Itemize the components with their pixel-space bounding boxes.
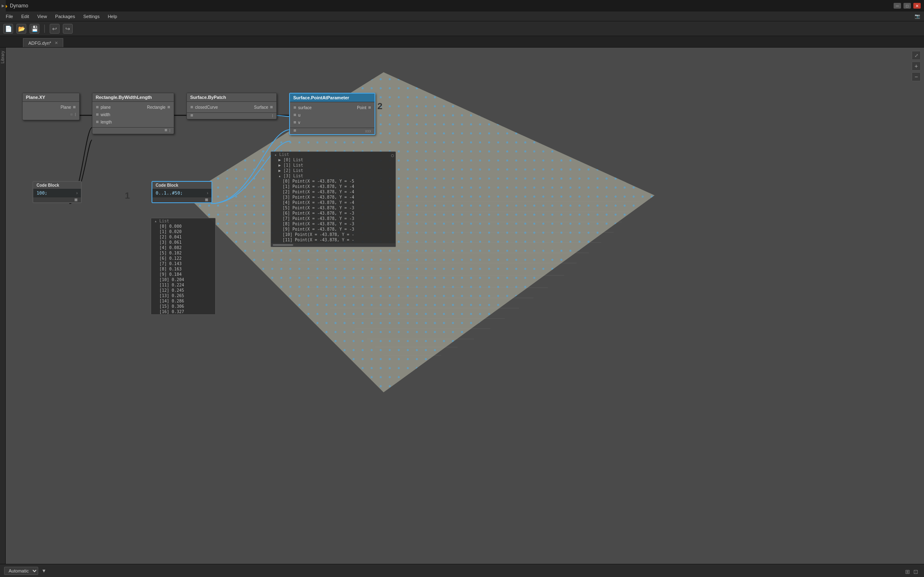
spap-v-port: v [290,119,332,126]
tab-label: ADFG.dyn* [28,41,51,46]
surface-by-patch-node[interactable]: Surface.ByPatch closedCurve Surface I [186,93,277,119]
plane-xy-node[interactable]: Plane.XY Plane I [22,93,80,120]
preview-large-item-3-1: [1] Point(X = -43.878, Y = -4 [271,184,395,189]
rect-footer-dot[interactable] [164,128,168,132]
preview-small-item-2: [2] 0.041 [151,234,215,240]
open-button[interactable]: 📂 [16,24,26,34]
preview-large-item-3-7: [7] Point(X = -43.878, Y = -3 [271,216,395,221]
rectangle-node[interactable]: Rectangle.ByWidthLength plane width leng… [92,93,174,134]
preview-small-item-9: [9] 0.184 [151,272,215,277]
menu-file[interactable]: File [2,13,17,20]
preview-small-item-6: [6] 0.122 [151,256,215,261]
sbp-surface-port: Surface [251,103,276,111]
menu-settings[interactable]: Settings [79,13,104,20]
preview-large-item-3-5: [5] Point(X = -43.878, Y = -3 [271,205,395,211]
run-mode-select[interactable]: Automatic Manual Periodic [4,567,38,575]
menu-packages[interactable]: Packages [51,13,79,20]
preview-large-item-3-11: [11] Point(X = -43.878, Y = - [271,237,395,243]
preview-small-item-4: [4] 0.082 [151,245,215,250]
code-block-1-footer [33,197,81,202]
tab-adfg[interactable]: ADFG.dyn* ✕ [23,38,63,47]
code-block-1-node[interactable]: Code Block 100; › [32,181,82,203]
zoom-in-button[interactable]: + [912,62,921,71]
rect-footer: I [92,127,174,134]
zoom-controls: ⤢ + − [912,51,921,81]
rect-output-port: Rectangle [144,103,174,111]
preview-close-btn[interactable]: ○ [391,153,394,158]
preview-large-item-3-6: [6] Point(X = -43.878, Y = -3 [271,211,395,216]
preview-large-item-3-9: [9] Point(X = -43.878, Y = -3 [271,227,395,232]
plane-checkbox[interactable] [70,113,73,116]
spap-u-port: u [290,111,332,119]
layout-icon[interactable]: ⊡ [913,568,918,575]
annotation-2: 2 [377,101,382,112]
preview-large-item-3-4: [4] Point(X = -43.878, Y = -4 [271,200,395,205]
cb2-footer-dot[interactable] [205,198,208,201]
fullscreen-button[interactable]: ⤢ [912,51,921,60]
preview-small-item-14: [14] 0.286 [151,298,215,304]
save-button[interactable]: 💾 [30,24,39,34]
spap-point-dot[interactable] [368,106,371,109]
plane-output-dot[interactable] [73,105,76,109]
maximize-button[interactable]: □ [903,3,911,9]
code-block-2-code[interactable]: 0..1..#50; [156,190,207,196]
tab-close-icon[interactable]: ✕ [55,41,58,45]
app-title: Dynamo [10,3,28,9]
preview-scrollbar[interactable] [271,243,395,247]
canvas[interactable]: 2 1 Plane.XY Plane I Rectangle.ByWidthLe… [6,48,924,564]
rect-width-dot[interactable] [96,113,99,116]
code-block-2-node[interactable]: Code Block 0..1..#50; › [152,181,212,203]
preview-small-item-10: [10] 0.204 [151,277,215,282]
cb1-footer-dot[interactable] [74,198,78,201]
code-block-2-output-arrow: › [207,191,208,195]
rectangle-header: Rectangle.ByWidthLength [92,93,174,102]
undo-button[interactable]: ↩ [50,24,60,34]
sbp-footer-dot[interactable] [190,114,193,117]
code-block-2-footer [152,197,211,202]
zoom-out-button[interactable]: − [912,72,921,81]
plane-xy-header: Plane.XY [23,93,79,102]
rect-length-port: length [92,118,133,126]
graph-view-icon[interactable]: ⊞ [905,568,910,575]
preview-large-list: ▴ List [271,152,395,157]
spap-footer-dot[interactable] [293,129,297,132]
menu-help[interactable]: Help [103,13,121,20]
tabbar: ▶ ADFG.dyn* ✕ [0,36,924,48]
preview-small-item-15: [15] 0.306 [151,304,215,309]
preview-panel-small: ▴ List [0] 0.000 [1] 0.020 [2] 0.041 [3]… [151,218,216,315]
preview-small-item-7: [7] 0.143 [151,261,215,266]
status-icons: ⊞ ⊡ [905,568,918,575]
rect-plane-port: plane [92,103,133,111]
preview-large-item-0list: ▶ [0] List [271,157,395,163]
sidebar: Library [0,48,6,564]
spap-surface-dot[interactable] [293,106,297,109]
run-arrow-icon[interactable]: ▼ [41,568,46,574]
minimize-button[interactable]: ─ [894,3,901,9]
new-button[interactable]: 📄 [3,24,13,34]
preview-small-item-16: [16] 0.327 [151,309,215,314]
rect-width-port: width [92,111,133,118]
redo-button[interactable]: ↪ [63,24,73,34]
spap-u-dot[interactable] [293,113,297,117]
surface-point-at-param-node[interactable]: Surface.PointAtParameter surface u v P [289,93,375,135]
preview-large-item-3-10: [10] Point(X = -43.878, Y = - [271,232,395,237]
spap-v-dot[interactable] [293,121,297,124]
rect-length-dot[interactable] [96,120,99,124]
rect-plane-dot[interactable] [96,105,99,109]
preview-small-item-12: [12] 0.245 [151,288,215,293]
toolbar: 📄 📂 💾 ↩ ↪ [0,21,924,36]
plane-checkbox-port: I [23,111,79,118]
sbp-closedcurve-dot[interactable] [190,105,193,109]
library-label[interactable]: Library [0,49,5,65]
menu-view[interactable]: View [33,13,51,20]
preview-small-item-11: [11] 0.224 [151,282,215,288]
code-block-1-code[interactable]: 100; [37,190,76,196]
sbp-surface-dot[interactable] [270,105,273,109]
menu-edit[interactable]: Edit [17,13,33,20]
surface-point-header: Surface.PointAtParameter [290,94,375,102]
rect-output-dot[interactable] [167,105,170,109]
preview-small-item-0: [0] 0.000 [151,224,215,229]
camera-button[interactable]: 📷 [913,11,922,21]
sidebar-library-label[interactable]: ▶ [0,0,6,11]
close-button[interactable]: ✕ [913,3,921,9]
